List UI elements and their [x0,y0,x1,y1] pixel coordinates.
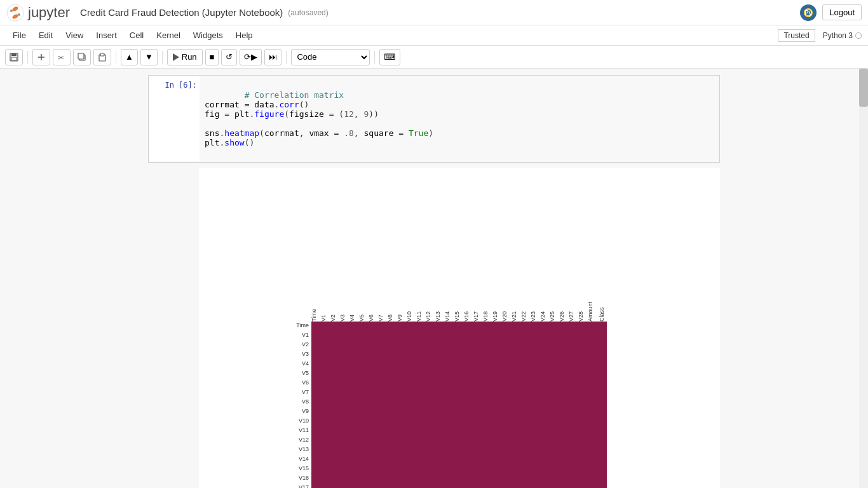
svg-rect-12 [11,57,17,60]
fast-forward-button[interactable]: ⏭ [264,49,281,65]
menu-help[interactable]: Help [229,28,259,43]
svg-text:V4: V4 [302,360,309,367]
svg-text:V2: V2 [330,315,336,322]
svg-text:V5: V5 [302,370,309,376]
svg-text:V28: V28 [578,311,584,322]
logout-button[interactable]: Logout [822,4,862,20]
save-button[interactable] [5,49,23,65]
svg-text:V17: V17 [473,311,479,322]
toolbar: ✂ ▲ ▼ Run ■ ↺ ⟳▶ ⏭ Code Markdown Raw NBC… [0,46,868,69]
keyboard-shortcut-button[interactable]: ⌨ [379,49,400,65]
svg-text:Time: Time [296,322,309,329]
menu-file[interactable]: File [6,28,32,43]
svg-text:Class: Class [599,307,605,322]
svg-text:V8: V8 [302,398,309,405]
svg-text:V12: V12 [425,311,431,322]
svg-rect-19 [100,53,104,56]
copy-button[interactable] [73,49,91,65]
svg-text:V25: V25 [549,311,555,322]
svg-point-4 [18,13,20,16]
svg-text:V21: V21 [511,311,517,322]
svg-text:V12: V12 [299,437,309,443]
paste-button[interactable] [93,49,111,65]
menu-cell[interactable]: Cell [123,28,150,43]
toolbar-divider-2 [116,51,116,64]
kernel-status-icon [855,32,862,39]
restart-run-button[interactable]: ⟳▶ [240,49,262,65]
svg-text:V22: V22 [520,311,527,322]
svg-text:V23: V23 [530,311,536,322]
menu-edit[interactable]: Edit [32,28,59,43]
svg-text:✂: ✂ [58,53,64,62]
svg-text:V13: V13 [299,446,309,452]
notebook-inner: In [6]: # Correlation matrix corrmat = d… [148,75,720,482]
svg-text:V18: V18 [482,311,489,322]
move-down-button[interactable]: ▼ [140,49,158,65]
toolbar-divider-3 [162,51,163,64]
stop-button[interactable]: ■ [205,49,219,65]
scrollbar[interactable] [859,69,868,488]
run-button[interactable]: Run [167,49,203,65]
svg-text:V2: V2 [302,341,309,348]
add-cell-button[interactable] [32,49,50,65]
svg-text:V3: V3 [302,351,309,357]
svg-text:V27: V27 [568,311,574,322]
svg-text:V4: V4 [349,315,355,322]
topbar: jupyter Credit Card Fraud Detection (Jup… [0,0,868,25]
svg-text:Time: Time [311,309,317,322]
svg-marker-20 [173,53,179,61]
kernel-info: Python 3 [823,31,862,40]
menu-widgets[interactable]: Widgets [187,28,229,43]
svg-text:V20: V20 [501,311,508,322]
svg-text:V14: V14 [299,456,309,462]
svg-text:V10: V10 [406,311,412,322]
cell-prompt: In [6]: [149,76,200,162]
restart-button[interactable]: ↺ [221,49,237,65]
plus-icon [37,53,46,62]
heatmap-figure: Time V1 V2 V3 V4 V5 V6 V7 V8 V9 V10 V11 [278,177,641,488]
svg-text:V6: V6 [368,315,374,322]
scrollbar-thumb[interactable] [859,69,868,107]
menu-kernel[interactable]: Kernel [150,28,187,43]
svg-text:Amount: Amount [587,301,593,322]
menu-view[interactable]: View [59,28,90,43]
copy-icon [78,53,86,62]
svg-text:V11: V11 [416,311,422,322]
topbar-right: Py Logout [799,4,862,22]
svg-text:V1: V1 [302,332,309,338]
heatmap-container: Time V1 V2 V3 V4 V5 V6 V7 V8 V9 V10 V11 [201,170,717,488]
scissors-icon: ✂ [57,53,66,62]
svg-text:V6: V6 [302,379,309,386]
save-icon [10,53,18,62]
svg-text:V8: V8 [387,315,393,322]
app-name: jupyter [28,4,70,21]
move-up-button[interactable]: ▲ [121,49,138,65]
menu-insert[interactable]: Insert [90,28,123,43]
svg-text:V1: V1 [320,315,327,322]
jupyter-logo-icon [6,4,24,22]
svg-text:V17: V17 [299,484,309,488]
heatmap-svg: Time V1 V2 V3 V4 V5 V6 V7 V8 V9 V10 V11 [278,177,641,488]
jupyter-logo: jupyter [6,4,70,22]
cell-type-select[interactable]: Code Markdown Raw NBConvert [291,49,370,65]
comment-line: # Correlation matrix [245,90,344,100]
toolbar-divider-4 [286,51,287,64]
autosaved-label: (autosaved) [288,8,328,17]
svg-text:V15: V15 [454,311,460,322]
svg-text:V7: V7 [377,315,384,322]
svg-text:V9: V9 [397,315,403,322]
svg-text:V5: V5 [358,315,365,322]
notebook-container[interactable]: In [6]: # Correlation matrix corrmat = d… [0,69,868,488]
cut-button[interactable]: ✂ [53,49,71,65]
cell-output: Time V1 V2 V3 V4 V5 V6 V7 V8 V9 V10 V11 [199,168,720,488]
svg-text:V19: V19 [492,311,498,322]
menubar-right: Trusted Python 3 [778,29,862,42]
svg-text:V14: V14 [444,311,451,322]
cell-code[interactable]: # Correlation matrix corrmat = data.corr… [200,76,719,162]
python-logo-icon: Py [799,4,817,22]
svg-point-5 [15,6,17,8]
svg-text:V16: V16 [463,311,470,322]
svg-text:V16: V16 [299,475,309,481]
code-cell[interactable]: In [6]: # Correlation matrix corrmat = d… [148,75,720,163]
trusted-badge[interactable]: Trusted [778,29,815,42]
